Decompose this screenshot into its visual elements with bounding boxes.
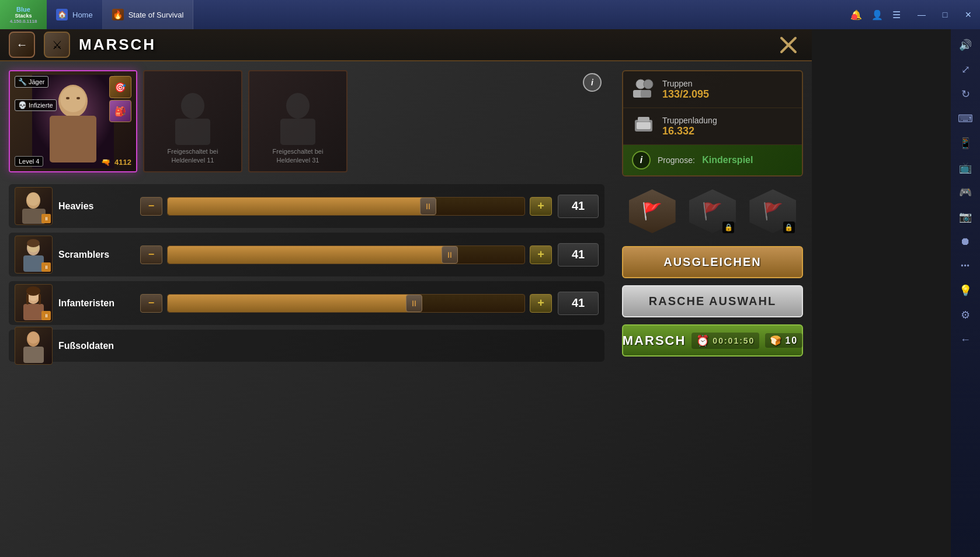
load-icon-svg (632, 114, 655, 134)
marsch-button[interactable]: MARSCH ⏰ 00:01:50 🍞 10 (622, 324, 803, 357)
svg-rect-20 (23, 304, 44, 320)
heavies-slider-track[interactable]: ⏸ (167, 197, 525, 216)
flag-icon-1: 🚩 (642, 202, 662, 221)
svg-rect-31 (641, 90, 651, 98)
svg-rect-6 (66, 97, 69, 99)
sidebar-back-btn[interactable]: ← (954, 328, 976, 351)
troop-section: ⏸ Heavies − ⏸ + (9, 184, 604, 362)
sidebar-tv-btn[interactable]: 📺 (954, 157, 976, 179)
hero-slot-3-unlock-text: Freigeschaltet bei Heldenlevel 31 (273, 147, 324, 164)
marsch-item-count: 10 (785, 335, 798, 346)
rasche-auswahl-button[interactable]: RASCHE AUSWAHL (622, 285, 803, 317)
sidebar-phone-btn[interactable]: 📱 (954, 132, 976, 154)
ausgleichen-button[interactable]: AUSGLEICHEN (622, 246, 803, 278)
flag-icon-3: 🚩 (763, 202, 783, 221)
hero-silhouette-3 (274, 88, 321, 147)
svg-rect-7 (77, 97, 80, 99)
scramblers-minus-btn[interactable]: − (140, 245, 162, 264)
hero-card-main[interactable]: 🎯 🎒 🔧 Jäger 💀 Infizierte (9, 70, 137, 172)
march-nav-icon: ⚔ (44, 32, 70, 58)
scramblers-slider-track[interactable]: ⏸ (167, 245, 525, 264)
flag-2-lock: 🔒 (722, 222, 734, 233)
truppen-label: Truppen (662, 79, 793, 88)
flags-row: 🚩 🔒 🚩 🔒 🚩 (622, 184, 803, 239)
tab-game[interactable]: 🔥 State of Survival (103, 0, 194, 29)
ration-icon: 🍞 (770, 335, 783, 346)
tab-home[interactable]: 🏠 Home (47, 0, 103, 29)
heavies-slider-handle[interactable]: ⏸ (420, 198, 436, 215)
clock-icon: ⏰ (696, 334, 710, 347)
hero-skill-icons: 🎯 🎒 (109, 76, 131, 122)
infanteristen-plus-btn[interactable]: + (530, 294, 552, 313)
back-button[interactable]: ← (9, 32, 35, 58)
hero-attack-count: 🔫 4112 (101, 158, 131, 167)
scramblers-count: 41 (558, 243, 599, 267)
troop-row-scramblers: ⏸ Scramblers − ⏸ + (9, 233, 604, 276)
close-x-icon (777, 33, 800, 57)
troop-avatar-scramblers: ⏸ (15, 236, 53, 274)
flag-hex-bg-1: 🚩 (629, 189, 676, 233)
sidebar-volume-btn[interactable]: 🔊 (954, 34, 976, 56)
flag-icon-2: 🚩 (702, 202, 722, 221)
content-area: 🎯 🎒 🔧 Jäger 💀 Infizierte (0, 61, 812, 557)
page-title: MARSCH (79, 36, 156, 54)
sidebar-bulb-btn[interactable]: 💡 (954, 279, 976, 302)
svg-rect-24 (39, 294, 41, 305)
notification-bell[interactable]: 🔔 (850, 9, 862, 20)
svg-rect-33 (638, 117, 649, 122)
close-game-button[interactable] (774, 30, 803, 60)
infanteristen-slider-area: − ⏸ + (140, 294, 552, 313)
sidebar-settings-btn[interactable]: ⚙ (954, 304, 976, 326)
sidebar-record-btn[interactable]: ⏺ (954, 230, 976, 252)
left-panel: 🎯 🎒 🔧 Jäger 💀 Infizierte (0, 61, 613, 557)
hero-selection-row: 🎯 🎒 🔧 Jäger 💀 Infizierte (9, 70, 604, 172)
infanteristen-count: 41 (558, 292, 599, 315)
infanteristen-slider-track[interactable]: ⏸ (167, 294, 525, 313)
svg-rect-34 (637, 122, 651, 129)
maximize-button[interactable]: □ (933, 0, 957, 29)
heavies-slider-area: − ⏸ + (140, 197, 552, 216)
sidebar-keyboard-btn[interactable]: ⌨ (954, 108, 976, 130)
account-icon[interactable]: 👤 (871, 9, 883, 20)
heavies-slider-fill (168, 198, 428, 215)
scramblers-plus-btn[interactable]: + (530, 245, 552, 264)
svg-point-22 (26, 286, 40, 296)
scramblers-slider-area: − ⏸ + (140, 245, 552, 264)
scramblers-name: Scramblers (58, 250, 134, 260)
svg-point-18 (27, 239, 40, 247)
prognose-value: Kinderspiel (702, 155, 753, 165)
truppenladung-stat-row: Truppenladung 16.332 (623, 108, 802, 145)
prognose-row: i Prognose: Kinderspiel (623, 145, 802, 175)
heavies-plus-btn[interactable]: + (530, 197, 552, 216)
svg-rect-16 (23, 255, 44, 272)
scramblers-slider-fill (168, 246, 450, 264)
flag-hex-2[interactable]: 🚩 🔒 (687, 186, 737, 236)
sidebar-camera-btn[interactable]: 📷 (954, 206, 976, 228)
marsch-button-content: MARSCH (623, 333, 686, 348)
sidebar-more-btn[interactable]: ••• (954, 255, 976, 277)
truppen-stat-row: Truppen 133/2.095 (623, 71, 802, 108)
hero-figure-svg (32, 75, 114, 168)
svg-point-10 (286, 93, 310, 119)
infanteristen-pause-icon: ⏸ (41, 311, 51, 320)
infanteristen-slider-handle[interactable]: ⏸ (406, 295, 422, 312)
info-button[interactable]: i (583, 73, 602, 92)
sidebar-rotate-btn[interactable]: ↻ (954, 83, 976, 105)
scramblers-slider-handle[interactable]: ⏸ (442, 246, 458, 264)
flag-hex-3[interactable]: 🚩 🔒 (748, 186, 798, 236)
svg-point-8 (181, 93, 204, 119)
hero-slot-2-locked[interactable]: Freigeschaltet bei Heldenlevel 11 (143, 70, 242, 172)
minimize-button[interactable]: — (910, 0, 933, 29)
troop-avatar-heavies: ⏸ (15, 187, 53, 225)
close-button[interactable]: ✕ (957, 0, 980, 29)
hero-slot-3-locked[interactable]: Freigeschaltet bei Heldenlevel 31 (248, 70, 347, 172)
sidebar-resize-btn[interactable]: ⤢ (954, 58, 976, 81)
infanteristen-minus-btn[interactable]: − (140, 294, 162, 313)
hero-skill-bag: 🎒 (109, 100, 131, 122)
marsch-item-count-area: 🍞 10 (765, 333, 802, 348)
menu-icon[interactable]: ☰ (892, 9, 901, 20)
flag-hex-1[interactable]: 🚩 🔒 (627, 186, 677, 236)
hero-class-badge: 🔧 Jäger (15, 76, 48, 88)
sidebar-gamepad-btn[interactable]: 🎮 (954, 181, 976, 203)
heavies-minus-btn[interactable]: − (140, 197, 162, 216)
